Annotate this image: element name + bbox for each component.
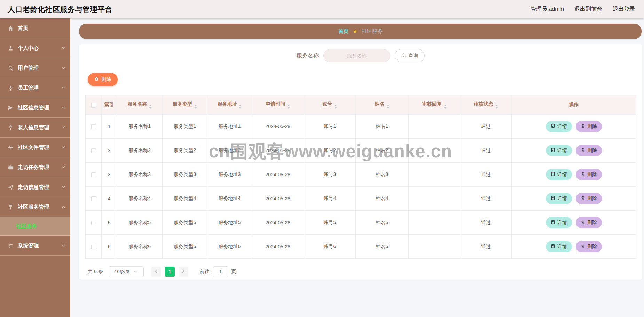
cell-select: [86, 211, 102, 235]
sidebar-item-personal-center[interactable]: 个人中心: [0, 38, 70, 58]
column-header-name[interactable]: 姓名: [355, 95, 408, 115]
sort-caret-icon[interactable]: [387, 105, 390, 109]
goto-page-input[interactable]: [213, 266, 228, 277]
sidebar-item-community-service-management[interactable]: 社区服务管理: [0, 197, 70, 217]
service-name-input[interactable]: [323, 49, 390, 62]
row-checkbox[interactable]: [91, 221, 96, 225]
column-header-label: 审核回复: [422, 101, 442, 107]
sidebar-item-user-management[interactable]: 用户管理: [0, 58, 70, 78]
cell-username: 姓名6: [355, 235, 408, 259]
cell-status: 通过: [460, 115, 512, 139]
row-delete-button[interactable]: 删除: [576, 217, 602, 228]
sort-caret-icon[interactable]: [444, 105, 447, 109]
sidebar-item-system-management[interactable]: 系统管理: [0, 236, 70, 256]
chevron-right-icon: [181, 269, 186, 275]
detail-button-label: 详情: [557, 219, 567, 226]
trash-icon: [581, 172, 585, 177]
row-delete-button[interactable]: 删除: [576, 145, 602, 156]
sort-caret-icon[interactable]: [334, 105, 337, 109]
delete-button[interactable]: 删除: [88, 73, 118, 86]
row-checkbox[interactable]: [91, 172, 96, 177]
sidebar-item-community-file-management[interactable]: 社区文件管理: [0, 138, 70, 157]
row-checkbox[interactable]: [91, 124, 96, 129]
cell-username: 姓名2: [355, 139, 408, 163]
mic-stand-icon: [7, 124, 14, 131]
sort-caret-icon[interactable]: [194, 105, 197, 109]
exit-to-front-link[interactable]: 退出到前台: [574, 6, 602, 13]
cell-actions: 详情删除: [512, 211, 636, 235]
sidebar-item-visit-info-management[interactable]: 走访信息管理: [0, 177, 70, 197]
column-header-actions: 操作: [512, 95, 636, 115]
cell-type: 服务类型5: [163, 211, 207, 235]
row-checkbox[interactable]: [91, 196, 96, 201]
sidebar-item-community-info-management[interactable]: 社区信息管理: [0, 98, 70, 118]
select-all-checkbox[interactable]: [91, 103, 96, 108]
column-header-label: 姓名: [375, 101, 385, 107]
cell-name: 服务名称6: [117, 235, 163, 259]
chevron-down-icon: [61, 86, 65, 90]
cell-select: [86, 163, 102, 187]
prev-page-button[interactable]: [151, 267, 161, 277]
column-header-audit-reply[interactable]: 审核回复: [409, 95, 460, 115]
page-size-select[interactable]: 10条/页: [109, 266, 144, 277]
sort-caret-icon[interactable]: [495, 105, 498, 109]
detail-button[interactable]: 详情: [546, 217, 572, 228]
column-header-apply-time[interactable]: 申请时间: [252, 95, 304, 115]
column-header-service-name[interactable]: 服务名称: [117, 95, 163, 115]
cell-address: 服务地址1: [207, 115, 252, 139]
cell-type: 服务类型6: [163, 235, 207, 259]
cell-username: 姓名1: [355, 115, 408, 139]
sort-caret-icon[interactable]: [287, 105, 290, 109]
row-delete-button[interactable]: 删除: [576, 193, 602, 204]
sidebar-item-visit-task-management[interactable]: 走访任务管理: [0, 157, 70, 177]
row-delete-button[interactable]: 删除: [576, 121, 602, 132]
column-header-audit-status[interactable]: 审核状态: [460, 95, 512, 115]
sidebar-item-staff-management[interactable]: 员工管理: [0, 78, 70, 98]
sidebar-subitem-community-service[interactable]: 社区服务: [0, 217, 70, 236]
trash-icon: [581, 220, 585, 225]
detail-button[interactable]: 详情: [546, 193, 572, 204]
cell-name: 服务名称3: [117, 163, 163, 187]
chevron-down-icon: [133, 270, 138, 274]
row-checkbox[interactable]: [91, 245, 96, 249]
column-header-label: 服务地址: [217, 101, 237, 107]
search-icon: [401, 53, 406, 59]
search-row: 服务名称 查询: [85, 44, 636, 62]
row-checkbox[interactable]: [91, 148, 96, 153]
list-icon: [7, 242, 14, 249]
detail-button[interactable]: 详情: [546, 121, 572, 132]
detail-button[interactable]: 详情: [546, 241, 572, 252]
column-header-service-type[interactable]: 服务类型: [163, 95, 207, 115]
page-number-button[interactable]: 1: [165, 267, 175, 277]
cell-type: 服务类型3: [163, 163, 207, 187]
sort-caret-icon[interactable]: [149, 105, 152, 109]
sort-caret-icon[interactable]: [239, 105, 242, 109]
row-delete-button[interactable]: 删除: [576, 241, 602, 252]
sidebar-item-label: 员工管理: [18, 85, 61, 91]
breadcrumb: 首页 ★ 社区服务: [79, 24, 642, 39]
cell-reply: [409, 235, 460, 259]
cell-reply: [409, 115, 460, 139]
sidebar-item-home[interactable]: 首页: [0, 18, 70, 38]
sidebar-item-elderly-info-management[interactable]: 老人信息管理: [0, 118, 70, 138]
cell-reply: [409, 163, 460, 187]
logout-link[interactable]: 退出登录: [613, 6, 635, 13]
column-header-service-address[interactable]: 服务地址: [207, 95, 252, 115]
cell-address: 服务地址4: [207, 187, 252, 211]
chevron-up-icon: [61, 205, 65, 209]
column-header-account[interactable]: 账号: [304, 95, 355, 115]
cell-select: [86, 139, 102, 163]
cell-username: 姓名5: [355, 211, 408, 235]
cell-actions: 详情删除: [512, 235, 636, 259]
document-icon: [551, 124, 555, 129]
query-button[interactable]: 查询: [395, 49, 425, 62]
next-page-button[interactable]: [179, 267, 188, 277]
table-row: 5服务名称5服务类型5服务地址52024-05-28账号5姓名5通过详情删除: [86, 211, 636, 235]
sidebar-item-label: 社区文件管理: [18, 144, 61, 151]
cell-date: 2024-05-28: [252, 211, 304, 235]
detail-button[interactable]: 详情: [546, 169, 572, 180]
row-delete-button[interactable]: 删除: [576, 169, 602, 180]
breadcrumb-home-link[interactable]: 首页: [338, 28, 348, 35]
detail-button[interactable]: 详情: [546, 145, 572, 156]
cell-address: 服务地址2: [207, 139, 252, 163]
